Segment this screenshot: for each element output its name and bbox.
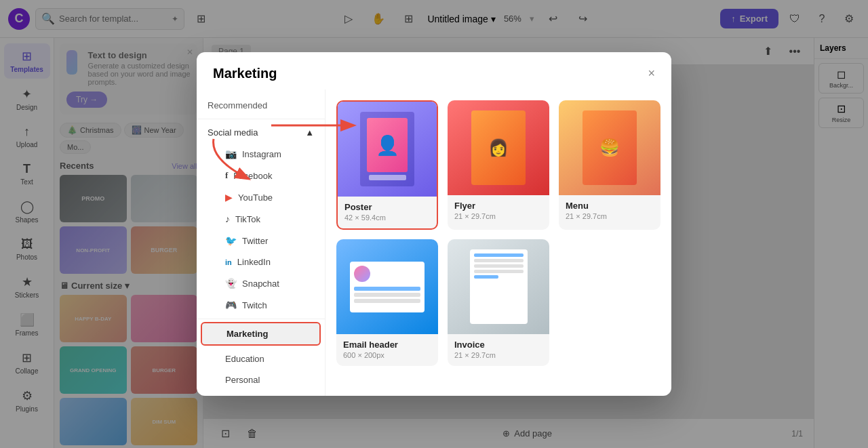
linkedin-icon: in: [225, 258, 232, 266]
inv-line-1: [474, 253, 524, 257]
nav-item-snapchat[interactable]: 👻 Snapchat: [201, 272, 321, 294]
template-thumb-email: [336, 239, 438, 334]
inv-line-2: [474, 259, 524, 262]
template-card-poster[interactable]: 👤 Poster 42 × 59.4cm: [336, 100, 438, 230]
template-thumb-poster: 👤: [338, 102, 437, 197]
twitch-icon: 🎮: [225, 300, 237, 310]
nav-item-personal[interactable]: Personal: [201, 369, 321, 390]
nav-item-facebook[interactable]: f Facebook: [201, 165, 321, 186]
modal-nav: Recommended Social media ▲ 📷 Instagram f…: [197, 89, 326, 396]
invoice-size: 21 × 29.7cm: [454, 351, 542, 359]
nav-item-youtube[interactable]: ▶ YouTube: [201, 186, 321, 208]
nav-item-instagram[interactable]: 📷 Instagram: [201, 143, 321, 165]
nav-divider-2: [197, 319, 325, 319]
flyer-size: 21 × 29.7cm: [454, 212, 542, 220]
email-avatar: [354, 266, 370, 282]
menu-inner: 🍔: [583, 110, 637, 185]
inv-line-5: [474, 275, 499, 279]
template-info-flyer: Flyer 21 × 29.7cm: [448, 195, 549, 227]
nav-item-marketing[interactable]: Marketing: [201, 322, 321, 346]
template-info-invoice: Invoice 21 × 29.7cm: [448, 334, 549, 366]
twitter-icon: 🐦: [225, 235, 237, 246]
templates-grid: 👤 Poster 42 × 59.4cm 👩: [336, 100, 660, 366]
template-card-menu[interactable]: 🍔 Menu 21 × 29.7cm: [559, 100, 660, 230]
nav-recommended[interactable]: Recommended: [197, 95, 325, 116]
chevron-up-icon: ▲: [305, 127, 314, 138]
email-name: Email header: [343, 340, 431, 350]
poster-inner: 👤: [360, 112, 414, 186]
snapchat-icon: 👻: [225, 278, 237, 289]
template-info-poster: Poster 42 × 59.4cm: [338, 197, 437, 228]
instagram-icon: 📷: [225, 148, 237, 159]
poster-size: 42 × 59.4cm: [344, 213, 430, 222]
modal-body: Recommended Social media ▲ 📷 Instagram f…: [197, 89, 671, 396]
template-thumb-invoice: [448, 239, 549, 334]
template-thumb-menu: 🍔: [559, 100, 660, 195]
modal-close-button[interactable]: ×: [648, 66, 655, 81]
modal-title: Marketing: [213, 66, 277, 81]
menu-name: Menu: [566, 201, 654, 211]
email-line-1: [354, 287, 420, 291]
template-thumb-flyer: 👩: [448, 100, 549, 195]
modal-content: 👤 Poster 42 × 59.4cm 👩: [326, 89, 671, 396]
inv-line-3: [474, 264, 524, 268]
flyer-name: Flyer: [454, 201, 542, 211]
email-inner: [350, 262, 425, 312]
template-card-invoice[interactable]: Invoice 21 × 29.7cm: [448, 239, 549, 366]
nav-divider-1: [197, 119, 325, 119]
template-card-flyer[interactable]: 👩 Flyer 21 × 29.7cm: [448, 100, 549, 230]
template-card-email[interactable]: Email header 600 × 200px: [336, 239, 438, 366]
modal-overlay[interactable]: Marketing × Recommended Social media ▲ 📷…: [0, 0, 868, 448]
nav-item-twitter[interactable]: 🐦 Twitter: [201, 230, 321, 251]
menu-size: 21 × 29.7cm: [566, 212, 654, 220]
poster-name: Poster: [344, 202, 430, 212]
poster-person: 👤: [367, 118, 408, 172]
nav-item-education[interactable]: Education: [201, 348, 321, 369]
email-line-2: [354, 293, 420, 297]
inv-line-4: [474, 270, 524, 273]
template-info-email: Email header 600 × 200px: [336, 334, 438, 366]
nav-item-twitch[interactable]: 🎮 Twitch: [201, 294, 321, 316]
nav-item-tiktok[interactable]: ♪ TikTok: [201, 208, 321, 230]
invoice-inner: [470, 249, 528, 324]
template-info-menu: Menu 21 × 29.7cm: [559, 195, 660, 227]
flyer-inner: 👩: [471, 110, 526, 185]
nav-social-media-header[interactable]: Social media ▲: [197, 122, 325, 143]
email-line-3: [354, 299, 420, 303]
modal: Marketing × Recommended Social media ▲ 📷…: [197, 52, 671, 396]
invoice-name: Invoice: [454, 340, 542, 350]
modal-header: Marketing ×: [197, 52, 671, 89]
youtube-icon: ▶: [225, 192, 233, 203]
tiktok-icon: ♪: [225, 213, 230, 224]
email-size: 600 × 200px: [343, 351, 431, 359]
nav-item-linkedin[interactable]: in LinkedIn: [201, 251, 321, 272]
facebook-icon: f: [225, 170, 228, 181]
